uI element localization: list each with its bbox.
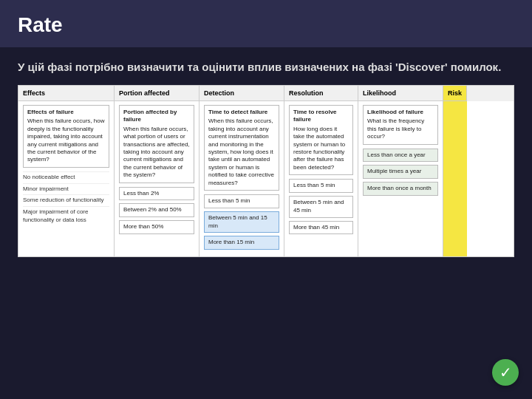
detection-box-text: When this failure occurs, taking into ac…: [208, 117, 275, 187]
effects-box-title: Effects of failure: [27, 109, 105, 116]
likelihood-item-0[interactable]: Less than once a year: [363, 149, 438, 163]
likelihood-box: Likelihood of failure What is the freque…: [363, 105, 438, 145]
confirm-button[interactable]: ✓: [492, 359, 519, 386]
portion-item-1[interactable]: Between 2% and 50%: [119, 203, 194, 217]
portion-item-2[interactable]: More than 50%: [119, 220, 194, 234]
col-header-portion: Portion affected: [115, 86, 200, 101]
col-header-detection: Detection: [200, 86, 284, 101]
resolution-box: Time to resolve failure How long does it…: [289, 105, 353, 175]
portion-col: Portion affected by failure When this fa…: [115, 101, 200, 256]
fmea-table: Effects Portion affected Detection Resol…: [18, 85, 514, 257]
col-header-risk: Risk: [443, 86, 467, 101]
page-title: Rate: [18, 13, 514, 37]
detection-item-0[interactable]: Less than 5 min: [204, 194, 279, 208]
risk-col: [443, 101, 467, 256]
effects-item-0[interactable]: No noticeable effect: [23, 171, 109, 183]
detection-col: Time to detect failure When this failure…: [200, 101, 284, 256]
description-text: У цій фазі потрібно визначити та оцінити…: [18, 59, 514, 75]
portion-box-title: Portion affected by failure: [123, 109, 190, 124]
likelihood-box-title: Likelihood of failure: [367, 109, 434, 116]
portion-box-text: When this failure occurs, what portion o…: [123, 126, 190, 180]
header-section: Rate: [0, 0, 532, 47]
effects-item-2[interactable]: Some reduction of functionality: [23, 194, 109, 206]
detection-item-1[interactable]: Between 5 min and 15 min: [204, 211, 279, 233]
effects-box-text: When this failure occurs, how deeply is …: [27, 117, 105, 163]
resolution-box-title: Time to resolve failure: [293, 109, 349, 124]
table-header-row: Effects Portion affected Detection Resol…: [18, 86, 514, 101]
resolution-box-text: How long does it take the automated syst…: [293, 126, 349, 171]
col-header-likelihood: Likelihood: [358, 86, 443, 101]
resolution-col: Time to resolve failure How long does it…: [284, 101, 358, 256]
table-body: Effects of failure When this failure occ…: [18, 101, 514, 256]
effects-item-1[interactable]: Minor impairment: [23, 183, 109, 195]
confirm-icon: ✓: [499, 365, 512, 380]
portion-box: Portion affected by failure When this fa…: [119, 105, 194, 183]
resolution-item-1[interactable]: Between 5 min and 45 min: [289, 196, 353, 218]
col-header-effects: Effects: [18, 86, 115, 101]
detection-box-title: Time to detect failure: [208, 109, 275, 116]
resolution-item-2[interactable]: More than 45 min: [289, 221, 353, 235]
detection-item-2[interactable]: More than 15 min: [204, 236, 279, 250]
likelihood-box-text: What is the frequency this failure is li…: [367, 117, 434, 140]
detection-box: Time to detect failure When this failure…: [204, 105, 279, 191]
likelihood-col: Likelihood of failure What is the freque…: [358, 101, 443, 256]
col-header-resolution: Resolution: [284, 86, 358, 101]
effects-box: Effects of failure When this failure occ…: [23, 105, 109, 168]
likelihood-item-2[interactable]: More than once a month: [363, 182, 438, 196]
portion-item-0[interactable]: Less than 2%: [119, 187, 194, 201]
effects-col: Effects of failure When this failure occ…: [18, 101, 115, 256]
effects-item-3[interactable]: Major impairment of core functionality o…: [23, 206, 109, 226]
likelihood-item-1[interactable]: Multiple times a year: [363, 165, 438, 179]
resolution-item-0[interactable]: Less than 5 min: [289, 179, 353, 193]
main-content: У цій фазі потрібно визначити та оцінити…: [0, 47, 532, 269]
